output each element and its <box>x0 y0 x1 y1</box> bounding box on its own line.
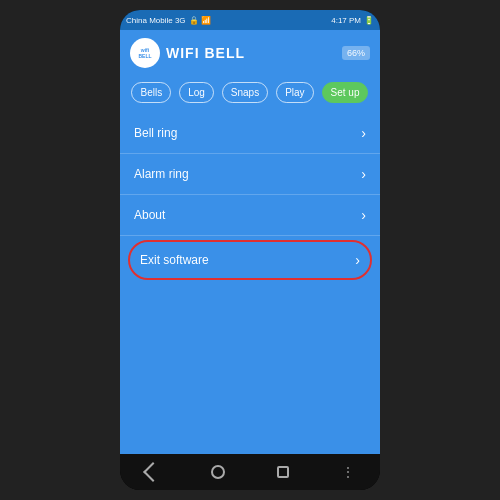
header-left: wifiBELL WIFI BELL <box>130 38 245 68</box>
chevron-icon-about: › <box>361 207 366 223</box>
tab-log[interactable]: Log <box>179 82 214 103</box>
menu-item-alarm-ring-label: Alarm ring <box>134 167 189 181</box>
back-icon <box>143 462 163 482</box>
phone-frame: China Mobile 3G 🔒 📶 4:17 PM 🔋 wifiBELL W… <box>120 10 380 490</box>
chevron-icon-bell-ring: › <box>361 125 366 141</box>
wifi-bell-logo: wifiBELL <box>130 38 160 68</box>
logo-text: wifiBELL <box>138 47 151 59</box>
nav-bar: ⋮ <box>120 454 380 490</box>
time-text: 4:17 PM <box>331 16 361 25</box>
menu-list: Bell ring › Alarm ring › About › Exit so… <box>120 109 380 454</box>
chevron-icon-alarm-ring: › <box>361 166 366 182</box>
app-header: wifiBELL WIFI BELL 66% <box>120 30 380 76</box>
nav-more-button[interactable]: ⋮ <box>333 457 363 487</box>
status-left: China Mobile 3G 🔒 📶 <box>126 16 211 25</box>
tab-bells[interactable]: Bells <box>131 82 171 103</box>
menu-item-exit-software[interactable]: Exit software › <box>128 240 372 280</box>
battery-percent: 66% <box>342 46 370 60</box>
carrier-text: China Mobile 3G <box>126 16 186 25</box>
home-icon <box>211 465 225 479</box>
menu-item-bell-ring-label: Bell ring <box>134 126 177 140</box>
app-content: wifiBELL WIFI BELL 66% Bells Log Snaps P… <box>120 30 380 454</box>
tab-snaps[interactable]: Snaps <box>222 82 268 103</box>
nav-recents-button[interactable] <box>268 457 298 487</box>
signal-icon: 🔒 📶 <box>189 16 211 25</box>
battery-icon: 🔋 <box>364 16 374 25</box>
tab-setup[interactable]: Set up <box>322 82 369 103</box>
tab-bar: Bells Log Snaps Play Set up <box>120 76 380 109</box>
status-right: 4:17 PM 🔋 <box>331 16 374 25</box>
menu-item-alarm-ring[interactable]: Alarm ring › <box>120 154 380 195</box>
status-bar: China Mobile 3G 🔒 📶 4:17 PM 🔋 <box>120 10 380 30</box>
more-icon: ⋮ <box>342 465 354 479</box>
nav-back-button[interactable] <box>138 457 168 487</box>
menu-item-bell-ring[interactable]: Bell ring › <box>120 113 380 154</box>
nav-home-button[interactable] <box>203 457 233 487</box>
app-title: WIFI BELL <box>166 45 245 61</box>
menu-item-about-label: About <box>134 208 165 222</box>
chevron-icon-exit: › <box>355 252 360 268</box>
recents-icon <box>277 466 289 478</box>
menu-item-exit-label: Exit software <box>140 253 209 267</box>
tab-play[interactable]: Play <box>276 82 313 103</box>
menu-item-about[interactable]: About › <box>120 195 380 236</box>
